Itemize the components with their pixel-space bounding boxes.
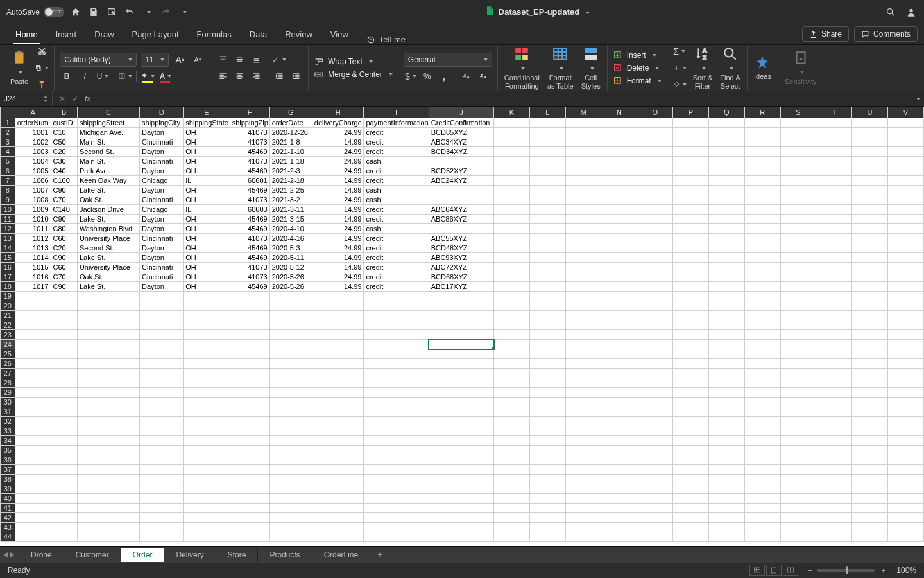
cell-I25[interactable] bbox=[364, 349, 429, 359]
cell-B39[interactable] bbox=[51, 484, 77, 494]
cell-L17[interactable] bbox=[529, 272, 565, 282]
view-page-break-icon[interactable] bbox=[783, 565, 798, 576]
cell-R39[interactable] bbox=[744, 484, 780, 494]
cell-I22[interactable] bbox=[364, 320, 429, 330]
cell-O24[interactable] bbox=[637, 340, 673, 349]
cell-Q5[interactable] bbox=[708, 157, 744, 166]
cell-V27[interactable] bbox=[887, 369, 923, 378]
cell-R3[interactable] bbox=[744, 137, 780, 147]
cell-O32[interactable] bbox=[637, 417, 673, 426]
cell-K34[interactable] bbox=[494, 436, 530, 446]
cell-E38[interactable] bbox=[184, 475, 230, 484]
row-header-38[interactable]: 38 bbox=[1, 475, 15, 484]
cell-O13[interactable] bbox=[637, 234, 673, 243]
cell-H39[interactable] bbox=[312, 484, 364, 494]
cell-P44[interactable] bbox=[673, 532, 709, 542]
cell-N25[interactable] bbox=[601, 349, 637, 359]
cell-O44[interactable] bbox=[637, 532, 673, 542]
cell-P5[interactable] bbox=[673, 157, 709, 166]
cell-M30[interactable] bbox=[565, 398, 601, 407]
cell-G41[interactable] bbox=[270, 504, 312, 513]
cell-D22[interactable] bbox=[140, 320, 184, 330]
cell-F8[interactable]: 45469 bbox=[230, 186, 270, 195]
cell-F10[interactable]: 60603 bbox=[230, 205, 270, 215]
cell-J8[interactable] bbox=[429, 186, 493, 195]
cell-V15[interactable] bbox=[887, 253, 923, 263]
cell-E22[interactable] bbox=[184, 320, 230, 330]
cell-G26[interactable] bbox=[270, 359, 312, 369]
cell-I19[interactable] bbox=[364, 292, 429, 301]
cell-G37[interactable] bbox=[270, 465, 312, 475]
row-header-16[interactable]: 16 bbox=[1, 263, 15, 272]
cell-Q8[interactable] bbox=[708, 186, 744, 195]
cell-C11[interactable]: Lake St. bbox=[77, 215, 139, 224]
cell-N15[interactable] bbox=[601, 253, 637, 263]
cell-B36[interactable] bbox=[51, 455, 77, 465]
cell-C26[interactable] bbox=[77, 359, 139, 369]
cell-H2[interactable]: 24.99 bbox=[312, 128, 364, 137]
cell-C29[interactable] bbox=[77, 388, 139, 398]
cell-S12[interactable] bbox=[780, 224, 816, 234]
cell-R14[interactable] bbox=[744, 243, 780, 253]
cell-O27[interactable] bbox=[637, 369, 673, 378]
cell-D16[interactable]: Cincinnati bbox=[140, 263, 184, 272]
cell-C14[interactable]: Second St. bbox=[77, 243, 139, 253]
cell-L1[interactable] bbox=[529, 118, 565, 128]
cell-F28[interactable] bbox=[230, 378, 270, 388]
row-header-34[interactable]: 34 bbox=[1, 436, 15, 446]
cell-P22[interactable] bbox=[673, 320, 709, 330]
merge-center-button[interactable]: Merge & Center bbox=[314, 69, 393, 80]
undo-dropdown[interactable] bbox=[141, 6, 154, 19]
cell-P16[interactable] bbox=[673, 263, 709, 272]
cell-H16[interactable]: 14.99 bbox=[312, 263, 364, 272]
cell-O43[interactable] bbox=[637, 523, 673, 532]
cell-J37[interactable] bbox=[429, 465, 493, 475]
col-header-I[interactable]: I bbox=[364, 107, 429, 118]
cell-E9[interactable]: OH bbox=[184, 195, 230, 205]
cell-M38[interactable] bbox=[565, 475, 601, 484]
row-header-28[interactable]: 28 bbox=[1, 378, 15, 388]
cell-U26[interactable] bbox=[852, 359, 888, 369]
cell-O41[interactable] bbox=[637, 504, 673, 513]
sheet-area[interactable]: ABCDEFGHIJKLMNOPQRSTUV1orderNumcustIDshi… bbox=[0, 107, 924, 546]
cell-L16[interactable] bbox=[529, 263, 565, 272]
cell-M17[interactable] bbox=[565, 272, 601, 282]
cell-B24[interactable] bbox=[51, 340, 77, 349]
cell-V7[interactable] bbox=[887, 176, 923, 186]
col-header-K[interactable]: K bbox=[494, 107, 530, 118]
cell-V1[interactable] bbox=[887, 118, 923, 128]
cell-I7[interactable]: credit bbox=[364, 176, 429, 186]
cell-J41[interactable] bbox=[429, 504, 493, 513]
cell-L11[interactable] bbox=[529, 215, 565, 224]
cell-D30[interactable] bbox=[140, 398, 184, 407]
cell-G44[interactable] bbox=[270, 532, 312, 542]
row-header-20[interactable]: 20 bbox=[1, 301, 15, 311]
cell-O8[interactable] bbox=[637, 186, 673, 195]
cell-D38[interactable] bbox=[140, 475, 184, 484]
cell-L28[interactable] bbox=[529, 378, 565, 388]
cell-I43[interactable] bbox=[364, 523, 429, 532]
cell-B44[interactable] bbox=[51, 532, 77, 542]
cell-J15[interactable]: ABC93XYZ bbox=[429, 253, 493, 263]
cell-F17[interactable]: 41073 bbox=[230, 272, 270, 282]
cell-V36[interactable] bbox=[887, 455, 923, 465]
cell-V30[interactable] bbox=[887, 398, 923, 407]
cell-N23[interactable] bbox=[601, 330, 637, 340]
cell-P43[interactable] bbox=[673, 523, 709, 532]
sheet-nav-left-icon[interactable] bbox=[4, 552, 8, 558]
cell-Q29[interactable] bbox=[708, 388, 744, 398]
col-header-A[interactable]: A bbox=[15, 107, 51, 118]
cell-F5[interactable]: 41073 bbox=[230, 157, 270, 166]
cell-B3[interactable]: C50 bbox=[51, 137, 77, 147]
cell-H44[interactable] bbox=[312, 532, 364, 542]
cell-K28[interactable] bbox=[494, 378, 530, 388]
cell-P15[interactable] bbox=[673, 253, 709, 263]
cell-I15[interactable]: credit bbox=[364, 253, 429, 263]
cell-H33[interactable] bbox=[312, 426, 364, 436]
cell-A32[interactable] bbox=[15, 417, 51, 426]
cell-V24[interactable] bbox=[887, 340, 923, 349]
cell-H27[interactable] bbox=[312, 369, 364, 378]
cell-Q19[interactable] bbox=[708, 292, 744, 301]
cell-J43[interactable] bbox=[429, 523, 493, 532]
cell-M41[interactable] bbox=[565, 504, 601, 513]
